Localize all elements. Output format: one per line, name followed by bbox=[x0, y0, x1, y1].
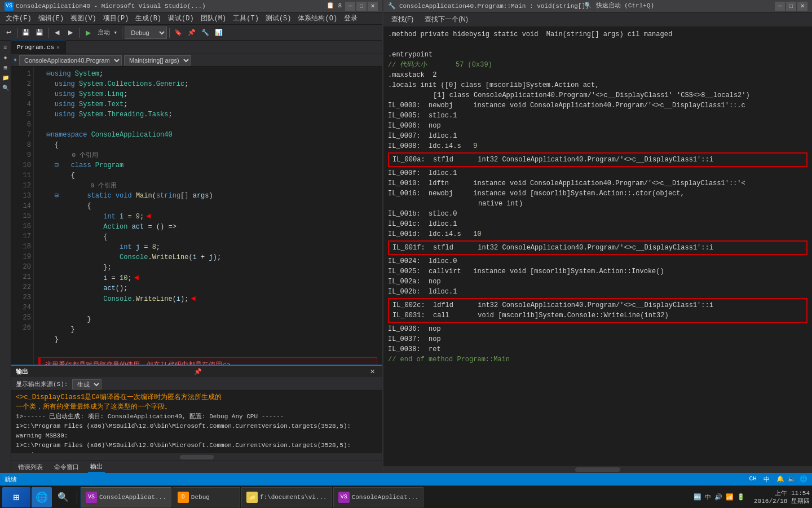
il-highlight-box-2: IL_001f: stfld int32 ConsoleApplication4… bbox=[388, 240, 807, 255]
maximize-button[interactable]: □ bbox=[356, 2, 367, 11]
il-window-title: ConsoleApplication40.Program::Main : voi… bbox=[399, 3, 589, 10]
tray-icon-2: 🔊 bbox=[714, 493, 722, 501]
annotation-box: 这里看似都是对局部变量的使用，但在IL代码中都是在使用<> c_DisplayC… bbox=[38, 357, 377, 365]
tray-icon-4: 🔋 bbox=[737, 493, 745, 501]
menu-login[interactable]: 登录 bbox=[341, 12, 361, 24]
sidebar-icon-5[interactable]: 🔍 bbox=[1, 84, 10, 93]
undo-button[interactable]: ↩ bbox=[2, 27, 15, 39]
code-area: ≡ ◈ ⊞ 📁 🔍 Program.cs ✕ bbox=[0, 41, 382, 473]
tb-btn-2[interactable]: 🔧 bbox=[199, 27, 211, 39]
save-all-button[interactable]: 💾 bbox=[33, 27, 46, 39]
toolbar: ↩ 💾 💾 ◀ ▶ ▶ 启动 ▾ Debug Release 🔖 📌 🔧 bbox=[0, 25, 382, 41]
output-source-selector[interactable]: 生成 bbox=[72, 379, 102, 389]
menu-test[interactable]: 测试(S) bbox=[262, 12, 295, 24]
il-maximize-button[interactable]: □ bbox=[786, 2, 796, 11]
taskbar-vs-label-2: ConsoleApplicat... bbox=[352, 494, 419, 501]
il-scrollbar[interactable] bbox=[383, 465, 812, 473]
il-find-button[interactable]: 查找(F) bbox=[388, 14, 417, 25]
vs-icon: VS bbox=[5, 2, 14, 11]
menu-project[interactable]: 项目(P) bbox=[100, 12, 133, 24]
taskbar-explorer[interactable]: 📁 f:\documents\vi... bbox=[241, 487, 332, 507]
config-dropdown[interactable]: Debug Release bbox=[125, 27, 167, 39]
status-ime: 中 bbox=[764, 475, 770, 484]
start-button[interactable]: ▶ bbox=[82, 27, 94, 39]
menu-team[interactable]: 团队(M) bbox=[197, 12, 230, 24]
vs-title-bar: VS ConsoleApplication40 - Microsoft Visu… bbox=[0, 0, 382, 12]
menu-build[interactable]: 生成(B) bbox=[132, 12, 165, 24]
tab-command[interactable]: 命令窗口 bbox=[52, 462, 81, 472]
tab-bar: Program.cs ✕ bbox=[11, 41, 382, 54]
il-find-next-button[interactable]: 查找下一个(N) bbox=[421, 14, 471, 25]
bookmark-button[interactable]: 🔖 bbox=[172, 27, 184, 39]
code-editor: Program.cs ✕ ♦ ConsoleApplication40.Prog… bbox=[11, 41, 382, 473]
clock-date: 2016/2/18 星期四 bbox=[754, 497, 810, 505]
status-bar: 就绪 CH 中 🔔 🔈 🌐 bbox=[0, 473, 812, 485]
code-content: 12345 6789 10111213 1415161718 192021222… bbox=[11, 67, 382, 365]
start-button[interactable]: ⊞ bbox=[2, 487, 30, 507]
sidebar-icon-4[interactable]: 📁 bbox=[1, 73, 10, 82]
taskbar-ie-icon[interactable]: 🌐 bbox=[32, 487, 52, 507]
save-button[interactable]: 💾 bbox=[20, 27, 32, 39]
tab-close-icon[interactable]: ✕ bbox=[56, 44, 60, 51]
il-highlight-box-1: IL_000a: stfld int32 ConsoleApplication4… bbox=[388, 152, 807, 167]
tray-icon-1: 🔤 bbox=[694, 493, 701, 501]
tb-btn-1[interactable]: 📌 bbox=[186, 27, 198, 39]
method-selector[interactable]: Main(string[] args) bbox=[124, 55, 191, 65]
menu-view[interactable]: 视图(V) bbox=[67, 12, 100, 24]
menu-arch[interactable]: 体系结构(O) bbox=[294, 12, 341, 24]
taskbar-search-icon[interactable]: 🔍 bbox=[53, 487, 73, 507]
sidebar-icon-3[interactable]: ⊞ bbox=[1, 63, 10, 72]
taskbar-debug[interactable]: D Debug bbox=[173, 487, 240, 507]
status-text: 就绪 bbox=[5, 475, 17, 484]
menu-debug[interactable]: 调试(D) bbox=[165, 12, 197, 24]
menu-bar: 文件(F) 编辑(E) 视图(V) 项目(P) 生成(B) 调试(D) 团队(M… bbox=[0, 12, 382, 25]
notification-icons: 📋 8 bbox=[326, 2, 342, 11]
back-button[interactable]: ◀ bbox=[51, 27, 63, 39]
sidebar-icon-2[interactable]: ◈ bbox=[1, 53, 10, 62]
il-close-button[interactable]: ✕ bbox=[797, 2, 807, 11]
status-language: CH bbox=[749, 475, 757, 484]
clock: 上午 11:54 2016/2/18 星期四 bbox=[754, 489, 810, 505]
output-panel: 输出 📌 ✕ 显示输出来源(S): 生成 <>c_DisplayClass1是C… bbox=[11, 365, 382, 461]
code-header: ♦ ConsoleApplication40.Program Main(stri… bbox=[11, 54, 382, 67]
taskbar-vs-icon-2: VS bbox=[338, 492, 350, 503]
output-header: 显示输出来源(S): 生成 bbox=[11, 378, 382, 391]
minimize-button[interactable]: ─ bbox=[345, 2, 355, 11]
il-line-method: .method private hidebysig static void Ma… bbox=[388, 29, 807, 40]
close-button[interactable]: ✕ bbox=[368, 2, 378, 11]
sys-tray: 🔤 中 🔊 📶 🔋 bbox=[689, 493, 749, 501]
taskbar-vs-icon-1: VS bbox=[86, 492, 97, 503]
taskbar-vs-2[interactable]: VS ConsoleApplicat... bbox=[333, 487, 424, 507]
menu-tools[interactable]: 工具(T) bbox=[230, 12, 262, 24]
sidebar-icon-1[interactable]: ≡ bbox=[1, 43, 10, 52]
taskbar-debug-icon: D bbox=[178, 492, 189, 503]
tray-icon-3: 📶 bbox=[726, 493, 734, 501]
output-pin-button[interactable]: 📌 bbox=[192, 368, 204, 375]
output-scrollbar[interactable] bbox=[11, 453, 382, 461]
il-icon: 🔧 bbox=[388, 2, 396, 10]
output-close-button[interactable]: ✕ bbox=[368, 368, 377, 375]
taskbar-explorer-icon: 📁 bbox=[246, 492, 258, 503]
class-selector[interactable]: ConsoleApplication40.Program bbox=[19, 55, 122, 65]
il-minimize-button[interactable]: ─ bbox=[775, 2, 785, 11]
tab-errors[interactable]: 错误列表 bbox=[16, 462, 45, 472]
taskbar-vs-1[interactable]: VS ConsoleApplicat... bbox=[81, 487, 171, 507]
output-content: <>c_DisplayClass1是C#编译器在一次编译时为匿名方法所生成的一个… bbox=[11, 391, 382, 453]
vs-title-text: ConsoleApplication40 - Microsoft Visual … bbox=[16, 3, 206, 10]
status-icons: 🔔 🔈 🌐 bbox=[776, 475, 807, 484]
menu-edit[interactable]: 编辑(E) bbox=[35, 12, 68, 24]
tb-btn-3[interactable]: 📊 bbox=[213, 27, 225, 39]
status-right: CH 中 🔔 🔈 🌐 bbox=[749, 475, 807, 484]
code-text[interactable]: ⊟using System; using System.Collections.… bbox=[34, 67, 382, 365]
il-highlight-box-3: IL_002c: ldfld int32 ConsoleApplication4… bbox=[388, 298, 807, 323]
left-sidebar: ≡ ◈ ⊞ 📁 🔍 bbox=[0, 41, 11, 473]
output-title-label: 输出 bbox=[16, 367, 28, 376]
tray-ime: 中 bbox=[705, 493, 711, 501]
forward-button[interactable]: ▶ bbox=[64, 27, 77, 39]
taskbar-explorer-label: f:\documents\vi... bbox=[260, 494, 327, 501]
tab-label: Program.cs bbox=[17, 44, 54, 51]
taskbar-debug-label: Debug bbox=[191, 494, 210, 501]
tab-program-cs[interactable]: Program.cs ✕ bbox=[11, 41, 66, 54]
tab-output[interactable]: 输出 bbox=[88, 461, 105, 473]
menu-file[interactable]: 文件(F) bbox=[2, 12, 35, 24]
